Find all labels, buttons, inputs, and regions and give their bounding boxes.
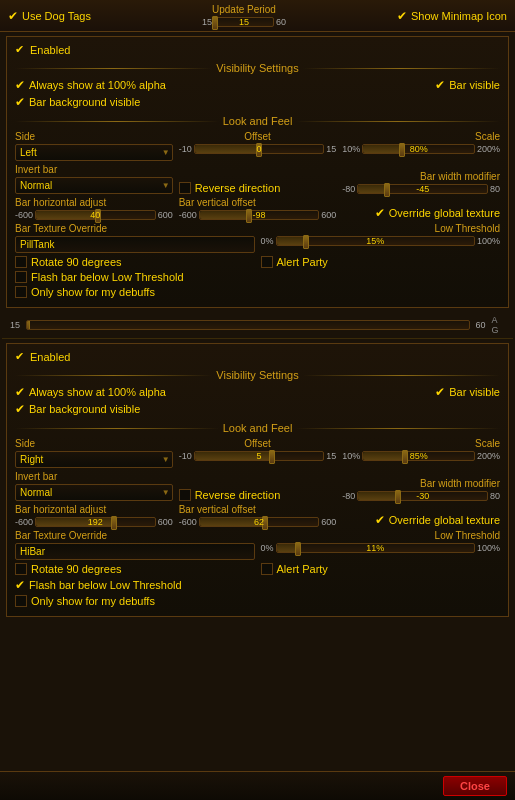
- mid-slider-track[interactable]: [26, 320, 470, 330]
- update-period-value: 15: [239, 17, 249, 27]
- panel2-flash-label: Flash bar below Low Threshold: [29, 579, 182, 591]
- panel1-horiz-vert-override: Bar horizontal adjust -600 40 600 Bar ve…: [15, 197, 500, 220]
- panel1-invert-select[interactable]: Normal ▼: [15, 177, 173, 194]
- panel1-offset-slider[interactable]: -10 0 15: [179, 144, 337, 154]
- panel2-horiz-track[interactable]: 192: [35, 517, 156, 527]
- panel2-rotate-row: Rotate 90 degrees: [15, 563, 255, 575]
- panel2-offset-slider[interactable]: -10 5 15: [179, 451, 337, 461]
- panel2-lowthresh-min: 0%: [261, 543, 274, 553]
- panel1-flash-check[interactable]: [15, 271, 27, 283]
- panel1-always-show-row: ✔ Always show at 100% alpha: [15, 78, 166, 92]
- mid-slider[interactable]: [26, 320, 470, 330]
- panel1-scale-value: 80%: [410, 144, 428, 154]
- panel1-invert-group: Invert bar Normal ▼: [15, 164, 173, 194]
- panel1-reverse-label: Reverse direction: [195, 182, 281, 194]
- panel2-bar-bg-row: ✔ Bar background visible: [15, 402, 500, 416]
- panel2-only-show-label: Only show for my debuffs: [31, 595, 155, 607]
- panel2-visibility-row1: ✔ Always show at 100% alpha ✔ Bar visibl…: [15, 385, 500, 399]
- panel2-lowthresh-slider[interactable]: 0% 11% 100%: [261, 543, 501, 553]
- panel1-horiz-track[interactable]: 40: [35, 210, 156, 220]
- panel2-only-show-check[interactable]: [15, 595, 27, 607]
- panel2-offset-track[interactable]: 5: [194, 451, 325, 461]
- panel1-barwidth-label: Bar width modifier: [342, 171, 500, 182]
- panel2-scale-slider[interactable]: 10% 85% 200%: [342, 451, 500, 461]
- panel1-barwidth-slider[interactable]: -80 -45 80: [342, 184, 500, 194]
- panel2-lowthresh-track[interactable]: 11%: [276, 543, 475, 553]
- panel2-override-check[interactable]: ✔: [375, 513, 385, 527]
- panel2-texture-threshold: Bar Texture Override HiBar Low Threshold…: [15, 530, 500, 560]
- panel1-override-check[interactable]: ✔: [375, 206, 385, 220]
- panel2-rotate-check[interactable]: [15, 563, 27, 575]
- update-period-track[interactable]: 15: [214, 17, 274, 27]
- panel1-lowthresh-slider[interactable]: 0% 15% 100%: [261, 236, 501, 246]
- panel1-vert-slider[interactable]: -600 -98 600: [179, 210, 337, 220]
- show-minimap-row: ✔ Show Minimap Icon: [397, 9, 507, 23]
- panel1-vert-track[interactable]: -98: [199, 210, 320, 220]
- panel2-scale-track[interactable]: 85%: [362, 451, 475, 461]
- use-dog-tags-label: Use Dog Tags: [22, 10, 91, 22]
- panel1-side-select[interactable]: Left ▼: [15, 144, 173, 161]
- panel2-alert-check[interactable]: [261, 563, 273, 575]
- panel1-horiz-label: Bar horizontal adjust: [15, 197, 173, 208]
- panel1-scale-slider[interactable]: 10% 80% 200%: [342, 144, 500, 154]
- panel2-reverse-check[interactable]: [179, 489, 191, 501]
- panel2-vert-min: -600: [179, 517, 197, 527]
- panel1-offset-track[interactable]: 0: [194, 144, 325, 154]
- panel1-rotate-check[interactable]: [15, 256, 27, 268]
- panel1-only-show-row: Only show for my debuffs: [15, 286, 500, 298]
- panel2-bar-visible-check[interactable]: ✔: [435, 385, 445, 399]
- panel1-lowthresh-track[interactable]: 15%: [276, 236, 475, 246]
- panel1-enabled-label: Enabled: [30, 44, 70, 56]
- panel2-invert-group: Invert bar Normal ▼: [15, 471, 173, 501]
- panel2-rotate-alert: Rotate 90 degrees Alert Party: [15, 563, 500, 575]
- panel1-bar-bg-check[interactable]: ✔: [15, 95, 25, 109]
- panel2-alert-label: Alert Party: [277, 563, 328, 575]
- panel1-texture-group: Bar Texture Override PillTank: [15, 223, 255, 253]
- panel1-lookfeel-label: Look and Feel: [223, 115, 293, 127]
- mid-update-bar: 15 60 A G: [2, 312, 513, 339]
- panel2-texture-input[interactable]: HiBar: [15, 543, 255, 560]
- panel1-rotate-label: Rotate 90 degrees: [31, 256, 122, 268]
- mid-right-num: 60: [476, 320, 486, 330]
- bottom-bar: Close: [0, 771, 515, 800]
- panel1-horiz-slider[interactable]: -600 40 600: [15, 210, 173, 220]
- panel2-barwidth-min: -80: [342, 491, 355, 501]
- panel1-bar-visible-check[interactable]: ✔: [435, 78, 445, 92]
- panel1-lowthresh-min: 0%: [261, 236, 274, 246]
- panel1-enabled-check[interactable]: ✔: [15, 43, 24, 56]
- panel1-rotate-row: Rotate 90 degrees: [15, 256, 255, 268]
- show-minimap-label: Show Minimap Icon: [411, 10, 507, 22]
- update-period-slider[interactable]: 15 15 60: [202, 17, 286, 27]
- panel1-texture-input[interactable]: PillTank: [15, 236, 255, 253]
- panel2-barwidth-slider[interactable]: -80 -30 80: [342, 491, 500, 501]
- panel2-vert-slider[interactable]: -600 62 600: [179, 517, 337, 527]
- panel1-always-show-check[interactable]: ✔: [15, 78, 25, 92]
- panel1-barwidth-max: 80: [490, 184, 500, 194]
- panel2-side-select[interactable]: Right ▼: [15, 451, 173, 468]
- panel1-alert-check[interactable]: [261, 256, 273, 268]
- panel2-barwidth-group: Bar width modifier -80 -30 80: [342, 478, 500, 501]
- panel2-flash-check[interactable]: ✔: [15, 578, 25, 592]
- panel2-visibility-divider: Visibility Settings: [15, 369, 500, 381]
- panel-1: ✔ Enabled Visibility Settings ✔ Always s…: [6, 36, 509, 308]
- panel2-invert-select[interactable]: Normal ▼: [15, 484, 173, 501]
- panel2-vert-track[interactable]: 62: [199, 517, 320, 527]
- use-dog-tags-check[interactable]: ✔: [8, 9, 18, 23]
- panel2-horiz-slider[interactable]: -600 192 600: [15, 517, 173, 527]
- panel2-horiz-group: Bar horizontal adjust -600 192 600: [15, 504, 173, 527]
- panel2-barwidth-track[interactable]: -30: [357, 491, 488, 501]
- panel1-only-show-check[interactable]: [15, 286, 27, 298]
- show-minimap-check[interactable]: ✔: [397, 9, 407, 23]
- panel2-side-offset-scale: Side Right ▼ Offset -10 5: [15, 438, 500, 468]
- panel1-scale-group: Scale 10% 80% 200%: [342, 131, 500, 161]
- panel2-always-show-check[interactable]: ✔: [15, 385, 25, 399]
- panel2-invert-label: Invert bar: [15, 471, 173, 482]
- panel1-scale-track[interactable]: 80%: [362, 144, 475, 154]
- panel2-enabled-check[interactable]: ✔: [15, 350, 24, 363]
- panel1-lowthresh-group: Low Threshold 0% 15% 100%: [261, 223, 501, 253]
- close-button[interactable]: Close: [443, 776, 507, 796]
- panel1-barwidth-track[interactable]: -45: [357, 184, 488, 194]
- panel2-bar-bg-check[interactable]: ✔: [15, 402, 25, 416]
- panel2-bar-visible-row: ✔ Bar visible: [435, 385, 500, 399]
- panel1-reverse-check[interactable]: [179, 182, 191, 194]
